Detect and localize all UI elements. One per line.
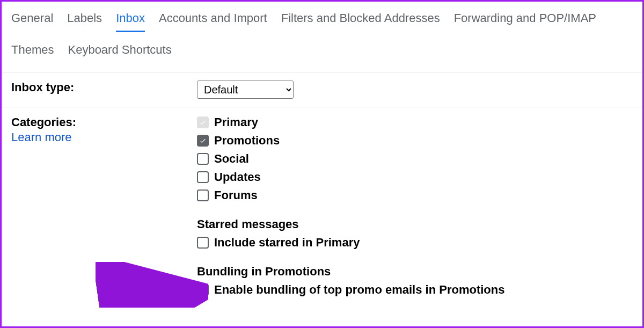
tab-general[interactable]: General: [11, 11, 53, 32]
checkbox-promotions[interactable]: [197, 135, 209, 147]
category-primary-label: Primary: [214, 115, 258, 129]
starred-messages-section: Starred messages Include starred in Prim…: [197, 217, 633, 250]
category-promotions-row: Promotions: [197, 134, 633, 148]
category-forums-row: Forums: [197, 188, 633, 202]
checkbox-include-starred[interactable]: [197, 237, 209, 249]
check-icon: [199, 119, 207, 126]
check-icon: [199, 137, 207, 144]
starred-option-row: Include starred in Primary: [197, 236, 633, 250]
tab-inbox[interactable]: Inbox: [116, 11, 145, 32]
learn-more-link[interactable]: Learn more: [11, 130, 197, 144]
categories-label: Categories:: [11, 115, 76, 129]
settings-body: Inbox type: Default Categories: Learn mo…: [2, 72, 642, 305]
starred-heading: Starred messages: [197, 217, 633, 231]
setting-categories: Categories: Learn more Primary Promotion…: [2, 107, 642, 305]
bundling-option-row: Enable bundling of top promo emails in P…: [197, 283, 633, 297]
categories-label-block: Categories: Learn more: [11, 115, 197, 144]
bundling-option-label: Enable bundling of top promo emails in P…: [214, 283, 504, 297]
tab-labels[interactable]: Labels: [67, 11, 102, 32]
tab-accounts-import[interactable]: Accounts and Import: [159, 11, 267, 32]
tab-filters-blocked[interactable]: Filters and Blocked Addresses: [281, 11, 440, 32]
bundling-section: Bundling in Promotions Enable bundling o…: [197, 265, 633, 297]
category-updates-label: Updates: [214, 170, 261, 184]
checkbox-updates[interactable]: [197, 171, 209, 183]
settings-tabs: General Labels Inbox Accounts and Import…: [2, 2, 642, 72]
setting-inbox-type: Inbox type: Default: [2, 72, 642, 107]
category-social-label: Social: [214, 152, 249, 166]
category-updates-row: Updates: [197, 170, 633, 184]
checkbox-social[interactable]: [197, 153, 209, 165]
category-promotions-label: Promotions: [214, 134, 280, 148]
tab-forwarding-pop-imap[interactable]: Forwarding and POP/IMAP: [454, 11, 596, 32]
inbox-type-select[interactable]: Default: [197, 81, 294, 99]
checkbox-forums[interactable]: [197, 189, 209, 201]
tab-themes[interactable]: Themes: [11, 43, 54, 62]
checkbox-enable-bundling[interactable]: [197, 284, 209, 296]
category-forums-label: Forums: [214, 188, 258, 202]
tab-keyboard-shortcuts[interactable]: Keyboard Shortcuts: [68, 43, 171, 62]
bundling-heading: Bundling in Promotions: [197, 265, 633, 279]
category-social-row: Social: [197, 152, 633, 166]
category-primary-row: Primary: [197, 115, 633, 129]
inbox-type-label: Inbox type:: [11, 81, 197, 94]
starred-option-label: Include starred in Primary: [214, 236, 360, 250]
checkbox-primary[interactable]: [197, 116, 209, 128]
check-icon: [199, 286, 207, 294]
